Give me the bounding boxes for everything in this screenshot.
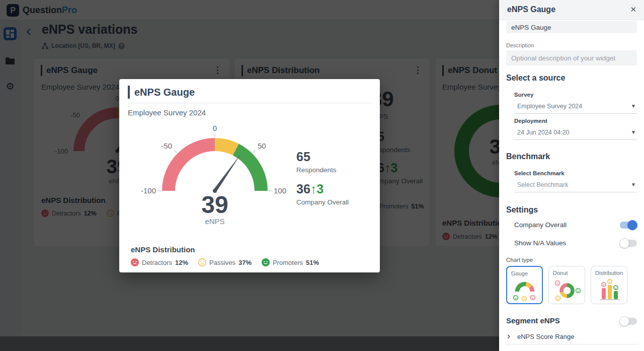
panel-header: eNPS Gauge ✕ xyxy=(499,0,644,20)
chart-type-selector: Gauge Donut xyxy=(506,266,627,304)
svg-text:0: 0 xyxy=(213,124,217,132)
legend-detractors: Detractors 12% xyxy=(131,258,188,266)
distribution-mini-icon xyxy=(594,278,624,302)
respondents-label: Respondents xyxy=(296,166,349,174)
legend-name: Passives xyxy=(209,259,235,266)
chart-type-gauge[interactable]: Gauge xyxy=(506,266,543,304)
frown-face-icon xyxy=(131,258,139,266)
chart-type-donut-label: Donut xyxy=(553,270,568,276)
chart-type-donut[interactable]: Donut xyxy=(548,266,585,304)
benchmark-field-label: Select Benchmark xyxy=(514,170,565,176)
legend-value: 37% xyxy=(238,259,252,266)
svg-text:-50: -50 xyxy=(161,142,172,150)
chart-type-distribution-label: Distribution xyxy=(595,270,623,276)
show-na-label: Show N/A Values xyxy=(514,239,566,247)
segment-enps-row: Segment eNPS xyxy=(506,315,637,327)
up-arrow-icon: ↑ xyxy=(310,182,317,196)
toggle-knob xyxy=(619,238,629,248)
close-icon[interactable]: ✕ xyxy=(630,5,636,14)
show-na-row: Show N/A Values xyxy=(514,238,637,249)
benchmark-heading: Benchmark xyxy=(506,152,550,161)
benchmark-label: Company Overall xyxy=(296,198,349,206)
toggle-knob xyxy=(619,316,629,326)
modal-title-row: eNPS Gauge xyxy=(128,86,195,99)
legend-value: 12% xyxy=(175,259,188,266)
legend-name: Detractors xyxy=(142,259,172,266)
survey-field-label: Survey xyxy=(514,92,533,98)
svg-text:eNPS: eNPS xyxy=(205,217,224,226)
svg-text:39: 39 xyxy=(201,191,228,218)
legend-passives: Passives 37% xyxy=(198,258,252,266)
select-source-heading: Select a source xyxy=(506,74,565,83)
chart-type-gauge-label: Gauge xyxy=(511,270,528,276)
gauge-chart: -100 -50 0 50 100 39 eNPS xyxy=(129,110,300,226)
widget-settings-panel: eNPS Gauge ✕ Description Select a source… xyxy=(499,0,644,351)
deployment-field-label: Deployment xyxy=(514,118,547,124)
benchmark-number: 36 xyxy=(296,182,310,196)
title-accent-bar xyxy=(128,86,130,99)
description-label: Description xyxy=(506,42,534,48)
description-input[interactable] xyxy=(506,50,637,65)
distribution-legend: Detractors 12% Passives 37% Promoters 51… xyxy=(131,258,319,266)
chevron-down-icon: ▼ xyxy=(631,103,636,109)
svg-text:50: 50 xyxy=(258,142,266,150)
stats-column: 65 Respondents 36↑3 Company Overall xyxy=(296,151,349,206)
svg-text:-100: -100 xyxy=(141,186,156,195)
segment-enps-toggle[interactable] xyxy=(620,318,637,325)
settings-heading: Settings xyxy=(506,205,538,215)
toggle-knob xyxy=(627,220,637,230)
chevron-right-icon: › xyxy=(507,331,510,341)
company-overall-toggle[interactable] xyxy=(620,222,637,229)
divider xyxy=(128,103,371,103)
legend-name: Promoters xyxy=(273,259,303,266)
benchmark-select-value: Select Benchmark xyxy=(517,181,568,188)
deployment-select[interactable]: 24 Jun 2024 04:20 ▼ xyxy=(514,126,637,140)
benchmark-delta: 3 xyxy=(316,182,324,196)
legend-value: 51% xyxy=(306,259,319,266)
benchmark-select[interactable]: Select Benchmark ▼ xyxy=(514,178,637,192)
company-overall-row: Company Overall xyxy=(514,220,637,231)
enps-score-range-row[interactable]: › eNPS Score Range xyxy=(506,329,637,344)
widget-name-input[interactable] xyxy=(506,21,637,33)
benchmark-value: 36↑3 xyxy=(296,183,349,195)
chart-type-label: Chart type xyxy=(506,257,533,263)
legend-promoters: Promoters 51% xyxy=(262,258,319,266)
chevron-down-icon: ▼ xyxy=(631,182,636,187)
deployment-select-value: 24 Jun 2024 04:20 xyxy=(517,129,570,136)
distribution-heading: eNPS Distribution xyxy=(131,245,195,254)
widget-preview-modal: eNPS Gauge Employee Survey 2024 -100 -50… xyxy=(119,79,380,272)
svg-text:100: 100 xyxy=(274,186,286,195)
segment-enps-label: Segment eNPS xyxy=(506,316,560,325)
smile-face-icon xyxy=(262,258,270,266)
show-na-toggle[interactable] xyxy=(620,240,637,247)
modal-title: eNPS Gauge xyxy=(134,87,195,98)
app-window: P QuestionPro ⚙ ‹ eNPS variations xyxy=(0,0,644,351)
page-bottom-strip xyxy=(0,336,499,351)
chart-type-distribution[interactable]: Distribution xyxy=(591,266,627,304)
gauge-mini-icon xyxy=(510,277,540,302)
company-overall-label: Company Overall xyxy=(514,221,567,229)
donut-mini-icon xyxy=(551,278,582,302)
neutral-face-icon xyxy=(198,258,206,266)
survey-select[interactable]: Employee Survey 2024 ▼ xyxy=(514,100,637,114)
enps-score-range-label: eNPS Score Range xyxy=(517,333,574,340)
survey-select-value: Employee Survey 2024 xyxy=(517,103,582,110)
respondents-count: 65 xyxy=(296,151,349,163)
panel-title: eNPS Gauge xyxy=(507,5,555,14)
chevron-down-icon: ▼ xyxy=(631,129,636,135)
